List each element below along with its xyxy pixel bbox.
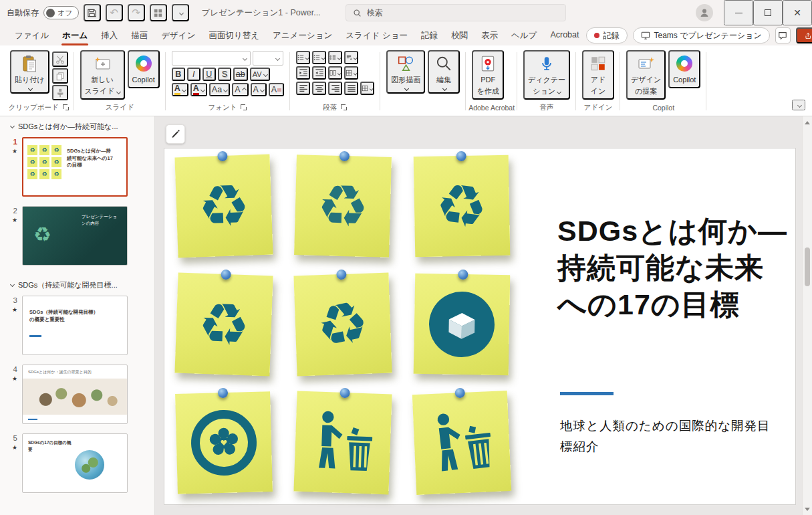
decrease-indent-button[interactable] — [296, 66, 310, 80]
thumbnail-canvas[interactable]: SDGsとは何か：誕生の背景と目的 — [22, 365, 128, 424]
change-case-button[interactable]: Aa — [209, 83, 230, 96]
tab-home[interactable]: ホーム — [55, 26, 94, 45]
dialog-launcher-icon[interactable] — [241, 104, 247, 111]
dialog-launcher-icon[interactable] — [63, 104, 70, 111]
maximize-button[interactable] — [753, 0, 783, 25]
italic-button[interactable]: I — [187, 68, 200, 81]
sticky-note-3[interactable]: ♻ — [414, 155, 511, 257]
bullets-button[interactable] — [296, 51, 310, 64]
shrink-font-button[interactable]: A — [251, 83, 267, 96]
section-header-2[interactable]: SDGs（持続可能な開発目標... — [0, 275, 154, 293]
thumbnail-canvas[interactable]: SDGsの17の目標の概要 — [22, 433, 128, 493]
tab-file[interactable]: ファイル — [8, 26, 55, 45]
text-direction-button[interactable] — [344, 51, 358, 64]
smartart-convert-button[interactable] — [360, 82, 374, 95]
new-slide-button[interactable]: 新しい スライド — [80, 50, 125, 100]
highlight-button[interactable]: A — [172, 83, 188, 96]
tab-help[interactable]: ヘルプ — [505, 26, 543, 45]
sticky-note-7[interactable] — [175, 391, 273, 494]
numbering-button[interactable] — [312, 51, 326, 64]
align-left-button[interactable] — [296, 82, 310, 95]
thumbnail-canvas[interactable]: ♻♻♻ ♻♻♻ ♻♻♻ SDGsとは何か—持続可能な未来への17の目標 — [22, 137, 128, 197]
sticky-note-1[interactable]: ♻ — [174, 154, 273, 258]
increase-indent-button[interactable] — [312, 66, 326, 80]
dictate-button[interactable]: ディクテー ション — [523, 50, 570, 100]
tab-record[interactable]: 記録 — [414, 26, 444, 45]
sticky-note-2[interactable]: ♻ — [294, 154, 392, 258]
teams-present-button[interactable]: Teams でプレゼンテーション — [633, 27, 770, 43]
sticky-note-5[interactable]: ♻ — [293, 273, 392, 377]
redo-button[interactable]: ↷ — [128, 4, 145, 21]
sticky-note-4[interactable]: ♻ — [174, 273, 273, 377]
pen-tool-button[interactable] — [166, 124, 185, 144]
scroll-up-icon[interactable] — [803, 118, 812, 127]
justify-button[interactable] — [344, 82, 358, 95]
thumbnail-canvas[interactable]: ♻ プレゼンテーションの内容 — [22, 206, 128, 266]
quick-access-button[interactable] — [150, 4, 167, 21]
text-shadow-button[interactable]: S — [218, 68, 231, 81]
section-header-1[interactable]: SDGsとは何か—持続可能な... — [0, 116, 154, 134]
vertical-scrollbar[interactable] — [802, 116, 812, 515]
align-text-button[interactable] — [344, 66, 358, 80]
bold-button[interactable]: B — [172, 68, 185, 81]
toolbar-options-button[interactable] — [172, 4, 189, 21]
font-color-button[interactable]: A — [190, 83, 207, 96]
scrollbar-thumb[interactable] — [805, 247, 810, 286]
paste-button[interactable]: 貼り付け — [10, 50, 49, 94]
slide-canvas[interactable]: ♻ ♻ ♻ ♻ ♻ SDGsとは何か—持続可能な未来への17の目標 地球と人類の… — [164, 148, 795, 504]
scroll-down-icon[interactable] — [803, 504, 812, 514]
slide-thumbnail-1[interactable]: 1 ★ ♻♻♻ ♻♻♻ ♻♻♻ SDGsとは何か—持続可能な未来への17の目標 — [4, 137, 149, 197]
autosave-toggle[interactable]: オフ — [43, 6, 79, 19]
tab-draw[interactable]: 描画 — [124, 26, 154, 45]
tab-animations[interactable]: アニメーション — [266, 26, 339, 45]
sticky-note-6[interactable] — [414, 274, 511, 375]
editing-button[interactable]: 編集 — [428, 50, 460, 94]
save-button[interactable] — [84, 4, 101, 21]
align-right-button[interactable] — [328, 82, 342, 95]
clear-formatting-button[interactable]: A — [269, 83, 284, 96]
font-size-select[interactable] — [253, 51, 283, 66]
underline-button[interactable]: U — [202, 68, 216, 81]
addins-button[interactable]: アド イン — [582, 50, 614, 100]
tab-review[interactable]: 校閲 — [444, 26, 475, 45]
designer-button[interactable]: デザイン の提案 — [626, 50, 666, 100]
tab-design[interactable]: デザイン — [154, 26, 202, 45]
tab-transitions[interactable]: 画面切り替え — [202, 26, 266, 45]
collapse-ribbon-button[interactable] — [792, 100, 805, 110]
close-button[interactable]: ✕ — [783, 0, 812, 25]
tab-insert[interactable]: 挿入 — [94, 26, 124, 45]
copilot-button-2[interactable]: Copilot — [668, 50, 700, 88]
dialog-launcher-icon[interactable] — [341, 104, 348, 111]
format-painter-button[interactable] — [52, 85, 68, 100]
cut-button[interactable] — [52, 51, 68, 67]
line-spacing-button[interactable] — [328, 51, 342, 64]
search-box[interactable] — [346, 4, 566, 21]
columns-button[interactable] — [328, 66, 342, 80]
grow-font-button[interactable]: A — [232, 83, 248, 96]
tab-view[interactable]: 表示 — [475, 26, 505, 45]
tab-slideshow[interactable]: スライド ショー — [339, 26, 414, 45]
slide-subtitle[interactable]: 地球と人類のための国際的な開発目標紹介 — [560, 416, 782, 457]
slide-thumbnail-4[interactable]: 4 ★ SDGsとは何か：誕生の背景と目的 — [4, 365, 149, 424]
record-button[interactable]: 記録 — [586, 27, 628, 43]
align-center-button[interactable] — [312, 82, 326, 95]
strikethrough-button[interactable]: ab — [233, 68, 248, 81]
character-spacing-button[interactable]: AV — [250, 68, 270, 81]
comments-button[interactable] — [775, 27, 791, 43]
copy-button[interactable] — [52, 68, 68, 84]
slide-title[interactable]: SDGsとは何か—持続可能な未来への17の目標 — [557, 213, 789, 323]
font-name-select[interactable] — [172, 51, 251, 66]
share-button[interactable]: 共有 — [796, 27, 812, 43]
slide-thumbnail-2[interactable]: 2 ★ ♻ プレゼンテーションの内容 — [4, 206, 149, 266]
sticky-note-9[interactable] — [412, 391, 511, 495]
sticky-note-8[interactable] — [293, 391, 392, 495]
search-input[interactable] — [367, 8, 559, 17]
slide-thumbnail-5[interactable]: 5 ★ SDGsの17の目標の概要 — [4, 433, 149, 493]
copilot-button[interactable]: Copilot — [128, 50, 160, 88]
slide-thumbnail-3[interactable]: 3 ★ SDGs（持続可能な開発目標）の概要と重要性 — [4, 296, 149, 355]
thumbnail-canvas[interactable]: SDGs（持続可能な開発目標）の概要と重要性 — [22, 296, 128, 355]
minimize-button[interactable] — [724, 0, 753, 25]
undo-button[interactable]: ↶ — [106, 4, 123, 21]
shapes-button[interactable]: 図形描画 — [386, 50, 425, 94]
account-avatar[interactable] — [696, 4, 713, 21]
